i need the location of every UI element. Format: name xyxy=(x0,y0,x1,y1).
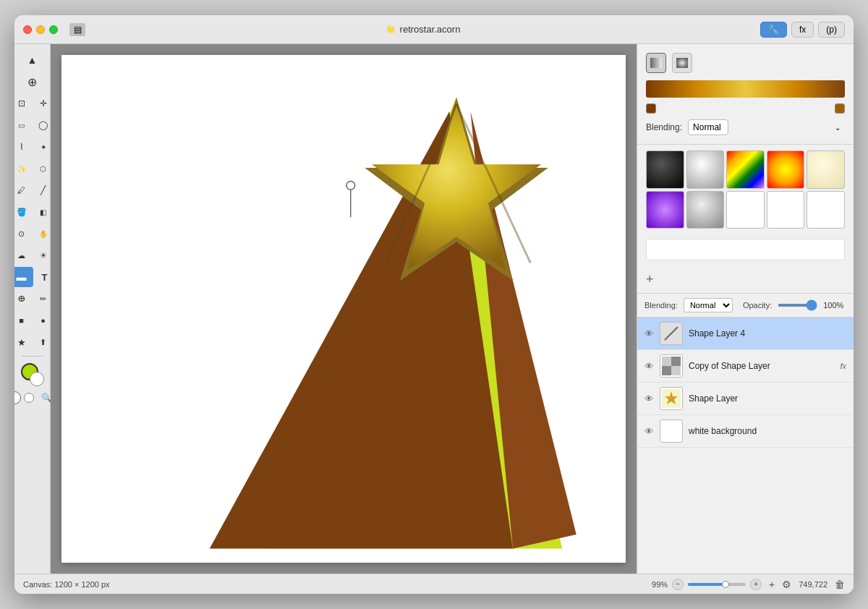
minimize-button[interactable] xyxy=(36,25,45,34)
zoom-tool[interactable]: ⊕ xyxy=(22,72,43,92)
linear-gradient-btn[interactable] xyxy=(646,53,666,73)
texture-row1 xyxy=(646,150,845,189)
zoom-percent: 99% xyxy=(652,580,668,589)
bezier-tool[interactable]: ⴲ xyxy=(14,289,32,309)
stamp-tool[interactable]: ⊙ xyxy=(14,223,32,244)
p-label: (p) xyxy=(826,25,837,35)
texture-swatch-2[interactable] xyxy=(686,150,725,189)
texture-swatch-6[interactable] xyxy=(646,191,684,229)
stamp-smudge-pair: ⊙ ✋ xyxy=(14,223,54,244)
p-button[interactable]: (p) xyxy=(818,22,845,38)
gradient-bar[interactable] xyxy=(646,80,845,98)
magic-wand-tool[interactable]: ✨ xyxy=(14,158,32,179)
blending-top-label: Blending: xyxy=(646,122,682,132)
zoom-slider-track[interactable] xyxy=(688,583,746,586)
tools-button[interactable]: 🔧 xyxy=(760,22,787,38)
title-icon: 🌟 xyxy=(386,25,396,34)
layer-eye-bg[interactable]: 👁 xyxy=(644,426,654,437)
zoom-controls: 99% − + xyxy=(652,579,762,590)
svg-rect-6 xyxy=(671,366,681,375)
delete-layer-button[interactable]: 🗑 xyxy=(835,579,845,590)
left-toolbar: ▲ ⊕ ⊡ ✛ ▭ ◯ ⌇ ✦ ✨ ⬡ 🖊 ╱ 🪣 xyxy=(14,44,51,574)
settings-button[interactable]: ⚙ xyxy=(782,579,791,590)
blending-top-select[interactable]: Normal Multiply Screen Overlay xyxy=(688,119,728,135)
layer-thumb-icon-shape4 xyxy=(662,324,681,343)
blending-bottom-label: Blending: xyxy=(644,301,678,310)
svg-rect-4 xyxy=(671,357,681,366)
layers-controls: Blending: Normal Multiply Screen Opacity… xyxy=(637,294,854,318)
layer-name-bg: white background xyxy=(689,426,846,436)
traffic-lights xyxy=(23,25,58,34)
opacity-label: Opacity: xyxy=(743,301,772,310)
texture-swatch-10[interactable] xyxy=(807,191,845,229)
bucket-gradient-pair: 🪣 ◧ xyxy=(14,202,54,222)
white-circle[interactable] xyxy=(24,393,34,403)
close-button[interactable] xyxy=(23,25,32,34)
rect-select-tool[interactable]: ▭ xyxy=(14,115,32,135)
square-tool[interactable]: ■ xyxy=(14,310,32,331)
background-color[interactable] xyxy=(30,372,44,386)
svg-rect-1 xyxy=(676,58,688,68)
gradient-stops xyxy=(646,103,845,114)
layer-item-copy[interactable]: 👁 Copy of Shape Layer fx xyxy=(637,350,854,383)
blending-bottom-select[interactable]: Normal Multiply Screen xyxy=(684,298,733,312)
layers-section: Blending: Normal Multiply Screen Opacity… xyxy=(637,294,854,574)
crop-transform-pair: ⊡ ✛ xyxy=(14,93,54,114)
color-indicator[interactable] xyxy=(21,363,44,386)
star-arrow-pair: ★ ⬆ xyxy=(14,332,54,352)
layer-item-shape[interactable]: 👁 Shape Layer xyxy=(637,383,854,415)
texture-swatch-1[interactable] xyxy=(646,150,684,189)
canvas-info: Canvas: 1200 × 1200 px xyxy=(23,580,644,589)
canvas-area[interactable] xyxy=(51,44,637,574)
rect-text-pair: ▬ T xyxy=(14,267,55,287)
main-content: ▲ ⊕ ⊡ ✛ ▭ ◯ ⌇ ✦ ✨ ⬡ 🖊 ╱ 🪣 xyxy=(14,44,854,574)
add-layer-button[interactable]: + xyxy=(769,579,775,590)
texture-swatch-3[interactable] xyxy=(726,150,765,189)
arrow-tool[interactable]: ▲ xyxy=(22,50,43,70)
gradient-stop-right[interactable] xyxy=(835,103,845,114)
fx-label: fx xyxy=(799,25,806,35)
opacity-slider[interactable] xyxy=(778,304,817,307)
zoom-out-button[interactable]: − xyxy=(672,579,684,590)
rect-shape-tool[interactable]: ▬ xyxy=(14,267,33,287)
layer-item-bg[interactable]: 👁 white background xyxy=(637,415,854,448)
layer-eye-shape[interactable]: 👁 xyxy=(644,393,654,404)
square-circle-pair: ■ ● xyxy=(14,310,54,331)
gradient-stop-left[interactable] xyxy=(646,103,656,114)
svg-rect-3 xyxy=(662,357,671,366)
yin-yang-icon[interactable] xyxy=(14,391,21,404)
cloud-sun-pair: ☁ ☀ xyxy=(14,245,54,265)
pen-tool[interactable]: 🖊 xyxy=(14,180,32,200)
cloud-tool[interactable]: ☁ xyxy=(14,245,32,265)
texture-grid-container xyxy=(637,145,854,233)
star-tool[interactable]: ★ xyxy=(14,332,32,352)
fx-button[interactable]: fx xyxy=(791,22,814,38)
control-point xyxy=(346,182,355,190)
window-title: 🌟 retrostar.acorn xyxy=(91,24,754,35)
zoom-slider-thumb[interactable] xyxy=(722,581,729,588)
svg-line-2 xyxy=(665,327,678,340)
sidebar-icon: ▤ xyxy=(74,25,82,35)
layers-list: 👁 Shape Layer 4 👁 xyxy=(637,318,854,574)
add-button[interactable]: + xyxy=(637,266,854,294)
crop-tool[interactable]: ⊡ xyxy=(14,93,32,114)
layer-item-shape4[interactable]: 👁 Shape Layer 4 xyxy=(637,318,854,350)
texture-row2 xyxy=(646,191,845,229)
maximize-button[interactable] xyxy=(49,25,58,34)
texture-swatch-7[interactable] xyxy=(686,191,725,229)
layer-eye-shape4[interactable]: 👁 xyxy=(644,328,654,339)
sidebar-toggle-button[interactable]: ▤ xyxy=(69,23,85,36)
texture-swatch-8[interactable] xyxy=(726,191,765,229)
zoom-in-button[interactable]: + xyxy=(750,579,762,590)
layer-fx-badge: fx xyxy=(840,362,846,370)
blending-top-row: Blending: Normal Multiply Screen Overlay xyxy=(646,119,845,135)
texture-swatch-5[interactable] xyxy=(807,150,845,189)
texture-swatch-9[interactable] xyxy=(767,191,805,229)
layer-eye-copy[interactable]: 👁 xyxy=(644,361,654,372)
lasso-tool[interactable]: ⌇ xyxy=(14,137,32,157)
radial-gradient-btn[interactable] xyxy=(672,53,692,73)
titlebar: ▤ 🌟 retrostar.acorn 🔧 fx (p) xyxy=(14,15,854,44)
paint-bucket-tool[interactable]: 🪣 xyxy=(14,202,32,222)
texture-swatch-4[interactable] xyxy=(767,150,805,189)
svg-rect-0 xyxy=(650,58,662,68)
